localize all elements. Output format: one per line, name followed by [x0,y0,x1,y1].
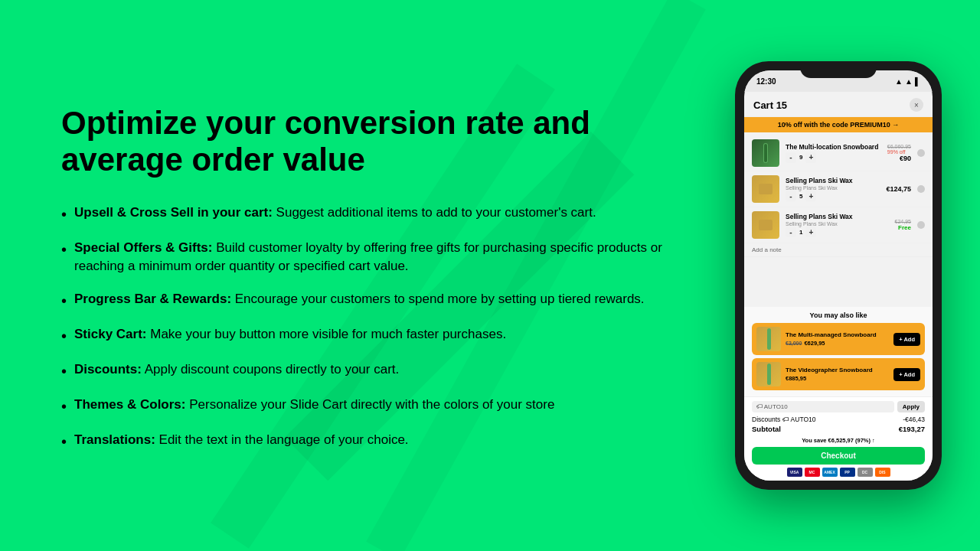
item-thumbnail [752,211,779,239]
page-title: Optimize your conversion rate and averag… [61,105,674,179]
item-status-dot [917,221,925,229]
diners-icon: DC [858,468,873,477]
features-list: •Upsell & Cross Sell in your cart: Sugge… [61,204,674,452]
upsell-name: The Multi-managed Snowboard [786,331,889,339]
qty-increase[interactable]: + [805,152,816,163]
phone-notch [800,61,877,78]
apply-button[interactable]: Apply [897,401,925,412]
upsell-price: €885,95 [786,375,889,382]
qty-increase[interactable]: + [805,191,816,201]
checkout-button[interactable]: Checkout [752,447,925,465]
item-status-dot [917,149,925,157]
qty-increase[interactable]: + [805,227,816,237]
upsell-title: You may also like [752,311,925,319]
item-name: Selling Plans Ski Wax [786,213,889,221]
upsell-info: The Multi-managed Snowboard €2,000€629,9… [786,331,889,346]
svg-rect-7 [767,328,771,350]
amex-icon: AMEX [822,468,838,477]
discount-row: 🏷 AUTO10 Apply [752,401,925,412]
item-sub: Selling Plans Ski Wax [786,185,880,191]
status-time: 12:30 [756,77,776,86]
item-pricing: €124,75 [886,185,911,193]
item-thumbnail [752,139,779,167]
discover-icon: DIS [875,468,890,477]
feature-item: •Upsell & Cross Sell in your cart: Sugge… [61,204,674,225]
feature-item: •Sticky Cart: Make your buy button more … [61,325,674,347]
battery-icon: ▌ [915,77,920,86]
qty-control[interactable]: - 5 + [786,191,880,201]
cart-footer: 🏷 AUTO10 Apply Discounts 🏷 AUTO10 -€46,4… [744,396,933,481]
qty-decrease[interactable]: - [786,152,796,163]
cart-item: The Multi-location Snowboard - 9 + €6,06… [744,135,933,171]
item-name: Selling Plans Ski Wax [786,177,880,185]
discount-input[interactable]: 🏷 AUTO10 [752,401,894,412]
item-thumbnail [752,175,779,203]
qty-decrease[interactable]: - [786,227,796,237]
item-pricing: €6,060.95 99% off €90 [887,144,911,162]
qty-decrease[interactable]: - [786,191,796,201]
item-sub: Selling Plans Ski Wax [786,221,889,227]
item-pricing: €24,95 Free [895,219,911,231]
totals: Discounts 🏷 AUTO10 -€46,43 Subtotal €193… [752,416,925,433]
right-panel: 12:30 ▲ ▲ ▌ Cart 15 × 10% off with the c… [720,0,980,551]
upsell-info: The Videographer Snowboard €885,95 [786,367,889,381]
qty-control[interactable]: - 1 + [786,227,889,237]
status-icons: ▲ ▲ ▌ [895,77,920,86]
feature-item: •Translations: Edit the text in the lang… [61,431,674,452]
svg-rect-5 [759,184,773,194]
feature-item: •Special Offers & Gifts: Build customer … [61,239,674,276]
feature-item: •Discounts: Apply discount coupons direc… [61,360,674,382]
cart-title: Cart 15 [753,99,787,111]
phone-mockup: 12:30 ▲ ▲ ▌ Cart 15 × 10% off with the c… [735,61,942,490]
bullet: • [61,431,67,452]
upsell-name: The Videographer Snowboard [786,367,889,374]
bullet: • [61,204,67,225]
subtotal-row: Subtotal €193,27 [752,425,925,433]
upsell-add-button[interactable]: + Add [893,368,920,381]
savings-text: You save €6,525,97 (97%) ↑ [752,437,925,444]
signal-icon: ▲ [905,77,913,86]
discount-total-row: Discounts 🏷 AUTO10 -€46,43 [752,416,925,423]
promo-banner: 10% off with the code PREMIUM10 → [744,117,933,132]
upsell-item: The Videographer Snowboard €885,95 + Add [752,358,925,390]
visa-icon: VISA [787,468,802,477]
wifi-icon: ▲ [895,77,903,86]
feature-item: •Themes & Colors: Personalize your Slide… [61,396,674,417]
cart-item: Selling Plans Ski Wax Selling Plans Ski … [744,171,933,207]
upsell-thumbnail [756,327,781,351]
phone-screen: 12:30 ▲ ▲ ▌ Cart 15 × 10% off with the c… [744,70,933,481]
payment-icons: VISA MC AMEX PP DC DIS [752,468,925,477]
cart-items-list: The Multi-location Snowboard - 9 + €6,06… [744,132,933,307]
upsell-price: €2,000€629,95 [786,340,889,347]
add-note-link[interactable]: Add a note [744,243,933,257]
upsell-item: The Multi-managed Snowboard €2,000€629,9… [752,323,925,355]
upsell-section: You may also like The Multi-managed Snow… [744,307,933,396]
cart-close-button[interactable]: × [910,98,923,112]
item-details: Selling Plans Ski Wax Selling Plans Ski … [786,177,880,201]
cart-item: Selling Plans Ski Wax Selling Plans Ski … [744,207,933,243]
left-content: Optimize your conversion rate and averag… [0,0,720,551]
item-details: The Multi-location Snowboard - 9 + [786,143,881,162]
feature-item: •Progress Bar & Rewards: Encourage your … [61,290,674,311]
item-status-dot [917,185,925,193]
paypal-icon: PP [840,468,855,477]
svg-rect-4 [764,144,767,162]
bullet: • [61,239,67,260]
svg-rect-8 [767,364,771,385]
bullet: • [61,325,67,347]
item-details: Selling Plans Ski Wax Selling Plans Ski … [786,213,889,237]
upsell-add-button[interactable]: + Add [893,333,920,346]
upsell-thumbnail [756,362,781,386]
mastercard-icon: MC [805,468,820,477]
svg-rect-6 [759,220,773,230]
item-name: The Multi-location Snowboard [786,143,881,152]
bullet: • [61,290,67,311]
bullet: • [61,396,67,417]
bullet: • [61,360,67,382]
cart-header: Cart 15 × [744,92,933,117]
qty-control[interactable]: - 9 + [786,152,881,163]
